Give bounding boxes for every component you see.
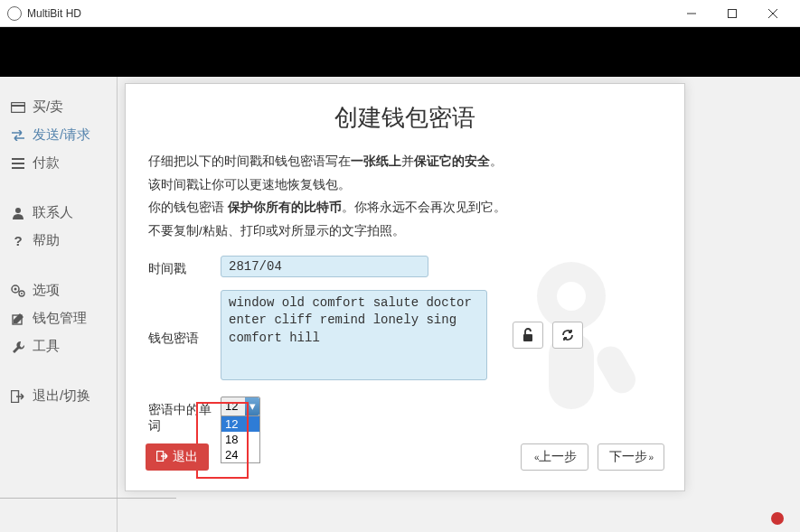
timestamp-input[interactable]	[221, 256, 428, 277]
exit-button[interactable]: 退出	[146, 443, 209, 471]
instruction-text: 仔细把以下的时间戳和钱包密语写在一张纸上并保证它的安全。 该时间戳让你可以更速地…	[148, 150, 662, 243]
unlock-icon	[522, 328, 534, 342]
chevron-right-icon: »	[649, 453, 651, 462]
titlebar: MultiBit HD	[0, 0, 800, 27]
dropdown-option[interactable]: 24	[221, 447, 259, 462]
unlock-button[interactable]	[513, 322, 543, 349]
signout-icon	[156, 450, 169, 464]
prev-button[interactable]: « 上一步	[521, 443, 588, 471]
seed-label: 钱包密语	[148, 290, 221, 380]
app-icon	[7, 6, 22, 21]
recording-indicator	[771, 512, 784, 525]
exit-button-label: 退出	[173, 449, 198, 465]
app-title: MultiBit HD	[27, 7, 81, 20]
dropdown-option[interactable]: 18	[221, 432, 259, 447]
divider	[0, 498, 176, 499]
header-bar	[0, 27, 800, 77]
next-button-label: 下一步	[609, 449, 647, 465]
chevron-left-icon: «	[534, 453, 537, 462]
create-seed-modal: 创建钱包密语 仔细把以下的时间戳和钱包密语写在一张纸上并保证它的安全。 该时间戳…	[125, 83, 685, 491]
svg-rect-1	[728, 9, 736, 17]
modal-title: 创建钱包密语	[148, 102, 662, 134]
dropdown-option[interactable]: 12	[221, 416, 259, 432]
word-count-label: 密语中的单词	[148, 397, 221, 434]
word-count-select[interactable]: 12 ▾	[221, 397, 260, 416]
word-count-value: 12	[225, 399, 238, 413]
refresh-icon	[560, 328, 575, 342]
timestamp-label: 时间戳	[148, 256, 221, 277]
svg-rect-20	[523, 334, 532, 341]
word-count-dropdown[interactable]: 12 18 24	[221, 415, 260, 463]
minimize-button[interactable]	[671, 0, 711, 27]
chevron-down-icon: ▾	[245, 397, 259, 415]
seed-words-textarea[interactable]	[221, 290, 487, 380]
refresh-button[interactable]	[552, 322, 583, 349]
next-button[interactable]: 下一步 »	[598, 443, 664, 471]
close-button[interactable]	[752, 0, 793, 27]
prev-button-label: 上一步	[539, 449, 577, 465]
maximize-button[interactable]	[711, 0, 752, 27]
